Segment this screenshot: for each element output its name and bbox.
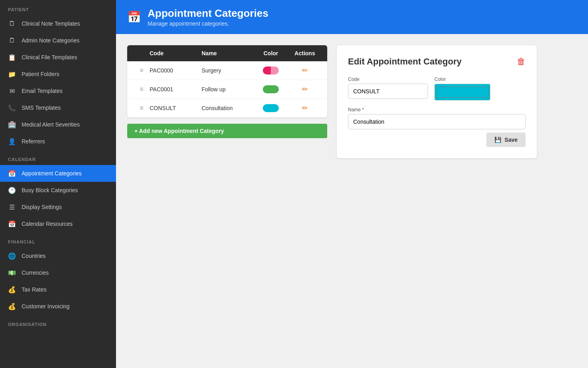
- countries-icon: 🌐: [8, 252, 16, 260]
- color-field-group: Color: [434, 76, 490, 101]
- color-label: Color: [434, 76, 490, 82]
- col-code: Code: [150, 50, 202, 56]
- sidebar-item-referrers[interactable]: 👤 Referrers: [0, 133, 116, 150]
- name-field-group: Name *: [348, 107, 526, 129]
- sidebar-label-countries: Countries: [22, 253, 46, 259]
- clinical-file-templates-icon: 📋: [8, 53, 16, 61]
- sidebar-item-countries[interactable]: 🌐 Countries: [0, 247, 116, 264]
- col-color: Color: [253, 50, 289, 56]
- name-input[interactable]: [348, 114, 526, 129]
- currencies-icon: 💵: [8, 269, 16, 277]
- sidebar-section-organisation: ORGANISATION: [0, 315, 116, 330]
- sidebar-item-customer-invoicing[interactable]: 💰 Customer Invoicing: [0, 298, 116, 315]
- header-icon: 📅: [127, 10, 141, 24]
- save-button[interactable]: 💾 Save: [486, 133, 526, 147]
- color-swatch: [263, 66, 279, 74]
- row-code: CONSULT: [150, 105, 202, 111]
- calendar-resources-icon: 📅: [8, 220, 16, 228]
- clinical-note-templates-icon: 🗒: [8, 20, 16, 28]
- edit-button[interactable]: ✏: [302, 66, 308, 75]
- sidebar-item-medical-alert-severities[interactable]: 🏥 Medical Alert Severities: [0, 116, 116, 133]
- sidebar-label-patient-folders: Patient Folders: [22, 71, 59, 77]
- edit-panel-title: Edit Appointment Category: [348, 56, 462, 67]
- row-actions: ✏: [289, 85, 321, 94]
- code-field-group: Code: [348, 76, 428, 101]
- name-label: Name *: [348, 107, 526, 113]
- col-name: Name: [202, 50, 253, 56]
- page-subtitle: Manage appointment categories.: [148, 20, 268, 27]
- page-title: Appointment Categories: [148, 7, 268, 20]
- categories-table: Code Name Color Actions ≡ PAC0000 Surger…: [127, 45, 327, 117]
- sidebar-label-clinical-note-templates: Clinical Note Templates: [22, 20, 80, 27]
- drag-handle[interactable]: ≡: [134, 67, 150, 74]
- sidebar-item-admin-note-categories[interactable]: 🗒 Admin Note Categories: [0, 32, 116, 49]
- medical-alert-severities-icon: 🏥: [8, 121, 16, 129]
- col-drag: [134, 50, 150, 56]
- sidebar: PATIENT 🗒 Clinical Note Templates 🗒 Admi…: [0, 0, 116, 368]
- sidebar-label-sms-templates: SMS Templates: [22, 105, 61, 111]
- sidebar-item-currencies[interactable]: 💵 Currencies: [0, 264, 116, 281]
- sidebar-label-appointment-categories: Appointment Categories: [22, 170, 82, 177]
- sidebar-section-financial: FINANCIAL: [0, 232, 116, 247]
- main-content: 📅 Appointment Categories Manage appointm…: [116, 0, 588, 368]
- sidebar-item-display-settings[interactable]: ☰ Display Settings: [0, 199, 116, 215]
- sidebar-label-display-settings: Display Settings: [22, 204, 62, 210]
- sidebar-section-patient: PATIENT: [0, 0, 116, 15]
- sidebar-item-clinical-file-templates[interactable]: 📋 Clinical File Templates: [0, 49, 116, 66]
- row-actions: ✏: [289, 104, 321, 113]
- sidebar-label-admin-note-categories: Admin Note Categories: [22, 37, 80, 44]
- sidebar-item-patient-folders[interactable]: 📁 Patient Folders: [0, 66, 116, 82]
- email-templates-icon: ✉: [8, 87, 16, 95]
- table-section: Code Name Color Actions ≡ PAC0000 Surger…: [127, 45, 327, 138]
- appointment-categories-icon: 📅: [8, 169, 16, 177]
- code-label: Code: [348, 76, 428, 82]
- color-swatch: [263, 85, 279, 93]
- sidebar-item-tax-rates[interactable]: 💰 Tax Rates: [0, 281, 116, 298]
- table-row: ≡ CONSULT Consultation ✏: [127, 99, 327, 117]
- tax-rates-icon: 💰: [8, 286, 16, 294]
- sidebar-label-email-templates: Email Templates: [22, 88, 62, 94]
- sms-templates-icon: 📞: [8, 104, 16, 112]
- color-input[interactable]: [434, 84, 490, 101]
- save-row: 💾 Save: [348, 133, 526, 147]
- patient-folders-icon: 📁: [8, 70, 16, 78]
- color-swatch: [263, 104, 279, 112]
- save-icon: 💾: [494, 137, 501, 143]
- add-category-button[interactable]: + Add new Appointment Category: [127, 124, 327, 138]
- drag-handle[interactable]: ≡: [134, 105, 150, 112]
- sidebar-label-clinical-file-templates: Clinical File Templates: [22, 54, 77, 60]
- sidebar-label-customer-invoicing: Customer Invoicing: [22, 303, 70, 310]
- customer-invoicing-icon: 💰: [8, 302, 16, 310]
- header-text: Appointment Categories Manage appointmen…: [148, 7, 268, 27]
- sidebar-item-clinical-note-templates[interactable]: 🗒 Clinical Note Templates: [0, 15, 116, 32]
- row-color: [253, 104, 289, 112]
- col-actions: Actions: [289, 50, 321, 56]
- row-code: PAC0001: [150, 86, 202, 93]
- row-name: Consultation: [202, 105, 253, 111]
- sidebar-label-busy-block-categories: Busy Block Categories: [22, 187, 78, 193]
- code-input[interactable]: [348, 84, 428, 99]
- sidebar-item-calendar-resources[interactable]: 📅 Calendar Resources: [0, 215, 116, 232]
- sidebar-label-currencies: Currencies: [22, 269, 49, 276]
- table-row: ≡ PAC0001 Follow up ✏: [127, 80, 327, 99]
- edit-panel-header: Edit Appointment Category 🗑: [348, 56, 526, 67]
- sidebar-label-tax-rates: Tax Rates: [22, 286, 46, 293]
- sidebar-item-appointment-categories[interactable]: 📅 Appointment Categories: [0, 165, 116, 182]
- row-color: [253, 66, 289, 74]
- table-header: Code Name Color Actions: [127, 45, 327, 61]
- sidebar-item-sms-templates[interactable]: 📞 SMS Templates: [0, 99, 116, 116]
- row-color: [253, 85, 289, 93]
- edit-button[interactable]: ✏: [302, 85, 308, 94]
- delete-button[interactable]: 🗑: [517, 56, 526, 67]
- sidebar-item-email-templates[interactable]: ✉ Email Templates: [0, 82, 116, 99]
- page-header: 📅 Appointment Categories Manage appointm…: [116, 0, 588, 34]
- display-settings-icon: ☰: [8, 203, 16, 211]
- edit-button[interactable]: ✏: [302, 104, 308, 113]
- row-actions: ✏: [289, 66, 321, 75]
- save-label: Save: [504, 137, 518, 143]
- sidebar-item-busy-block-categories[interactable]: 🕐 Busy Block Categories: [0, 182, 116, 199]
- admin-note-categories-icon: 🗒: [8, 36, 16, 44]
- table-row: ≡ PAC0000 Surgery ✏: [127, 61, 327, 80]
- edit-panel: Edit Appointment Category 🗑 Code Color N…: [337, 45, 537, 158]
- drag-handle[interactable]: ≡: [134, 86, 150, 93]
